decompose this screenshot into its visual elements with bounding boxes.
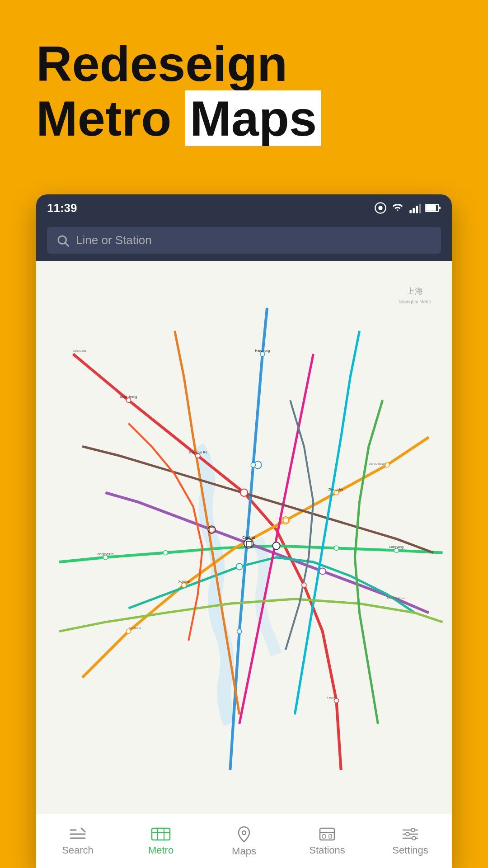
- svg-point-66: [406, 832, 409, 836]
- svg-point-28: [126, 629, 131, 633]
- search-icon: [56, 234, 70, 247]
- svg-point-19: [236, 563, 243, 570]
- nav-item-search[interactable]: Search: [36, 826, 119, 856]
- svg-point-67: [412, 836, 416, 840]
- status-bar: 11:39: [36, 194, 452, 222]
- svg-point-23: [334, 698, 338, 703]
- metro-nav-icon: [151, 826, 171, 842]
- svg-rect-48: [246, 541, 252, 547]
- svg-text:Songjiang: Songjiang: [128, 626, 141, 629]
- svg-point-14: [272, 542, 280, 549]
- hero-highlight: Maps: [185, 90, 321, 146]
- svg-rect-8: [426, 205, 436, 211]
- svg-point-57: [242, 831, 246, 835]
- nav-item-stations[interactable]: Stations: [286, 826, 369, 856]
- nav-item-metro[interactable]: Metro: [119, 826, 202, 856]
- svg-text:Shanghai Rd: Shanghai Rd: [188, 451, 207, 454]
- hero-line2: Metro Maps: [36, 90, 321, 146]
- svg-text:Zhongshan: Zhongshan: [328, 488, 345, 491]
- svg-point-22: [302, 583, 306, 587]
- svg-point-1: [378, 206, 382, 210]
- svg-point-25: [163, 551, 168, 555]
- metro-map-svg: Scott Joeng Shanghai Rd Central Nanjing …: [36, 261, 452, 817]
- status-time: 11:39: [47, 201, 77, 215]
- svg-rect-61: [329, 835, 332, 838]
- bottom-nav: Search Metro Maps: [36, 814, 452, 868]
- search-input-wrapper[interactable]: Line or Station: [47, 227, 441, 254]
- nav-item-maps[interactable]: Maps: [202, 826, 286, 857]
- svg-text:Shanghai Metro: Shanghai Metro: [399, 299, 431, 304]
- svg-point-26: [334, 546, 338, 550]
- search-placeholder-text: Line or Station: [76, 233, 152, 247]
- svg-text:Pudong Airport: Pudong Airport: [387, 596, 406, 599]
- svg-rect-60: [323, 835, 325, 838]
- svg-text:Disney Resort: Disney Resort: [369, 462, 386, 465]
- nav-label-metro: Metro: [148, 844, 174, 856]
- svg-rect-7: [439, 207, 441, 209]
- svg-point-34: [237, 629, 242, 633]
- svg-point-33: [251, 462, 255, 467]
- phone-mockup: 11:39: [36, 194, 452, 868]
- hero-section: Redeseign Metro Maps: [36, 36, 452, 146]
- svg-rect-49: [209, 527, 214, 532]
- svg-text:Scott Joeng: Scott Joeng: [120, 395, 137, 399]
- svg-point-15: [240, 489, 248, 496]
- svg-rect-58: [320, 828, 334, 840]
- nav-label-stations: Stations: [309, 844, 345, 856]
- metro-map-area[interactable]: Scott Joeng Shanghai Rd Central Nanjing …: [36, 261, 452, 817]
- svg-point-18: [319, 568, 326, 574]
- nav-label-search: Search: [62, 844, 94, 856]
- svg-rect-53: [152, 828, 170, 840]
- svg-text:Xinzhuang: Xinzhuang: [73, 349, 87, 352]
- svg-line-10: [66, 243, 69, 246]
- settings-nav-icon: [401, 826, 419, 842]
- search-bar[interactable]: Line or Station: [36, 222, 452, 261]
- hero-title: Redeseign Metro Maps: [36, 36, 452, 146]
- notification-icon: [374, 202, 387, 214]
- signal-icon: [408, 202, 421, 214]
- svg-point-65: [411, 828, 415, 832]
- svg-rect-50: [284, 518, 288, 523]
- nav-item-settings[interactable]: Settings: [369, 826, 452, 856]
- svg-rect-4: [416, 206, 418, 213]
- status-icons: [374, 202, 441, 214]
- svg-text:Nanjing Rd: Nanjing Rd: [98, 552, 113, 556]
- svg-text:Hanzhong: Hanzhong: [255, 349, 270, 353]
- hero-line1: Redeseign: [36, 36, 287, 91]
- svg-text:上海: 上海: [407, 286, 423, 296]
- nav-label-maps: Maps: [232, 845, 256, 857]
- wifi-icon: [390, 202, 405, 214]
- svg-text:Central: Central: [242, 536, 255, 540]
- svg-rect-2: [409, 210, 412, 213]
- svg-rect-3: [413, 208, 415, 213]
- maps-nav-icon: [236, 826, 252, 843]
- svg-text:Xujiahui: Xujiahui: [178, 580, 190, 584]
- battery-icon: [425, 203, 441, 213]
- svg-rect-5: [419, 204, 421, 213]
- svg-text:Longyang: Longyang: [389, 545, 404, 549]
- search-nav-icon: [69, 826, 87, 842]
- svg-text:Lingang: Lingang: [327, 696, 337, 699]
- nav-label-settings: Settings: [392, 844, 428, 856]
- stations-nav-icon: [318, 826, 336, 842]
